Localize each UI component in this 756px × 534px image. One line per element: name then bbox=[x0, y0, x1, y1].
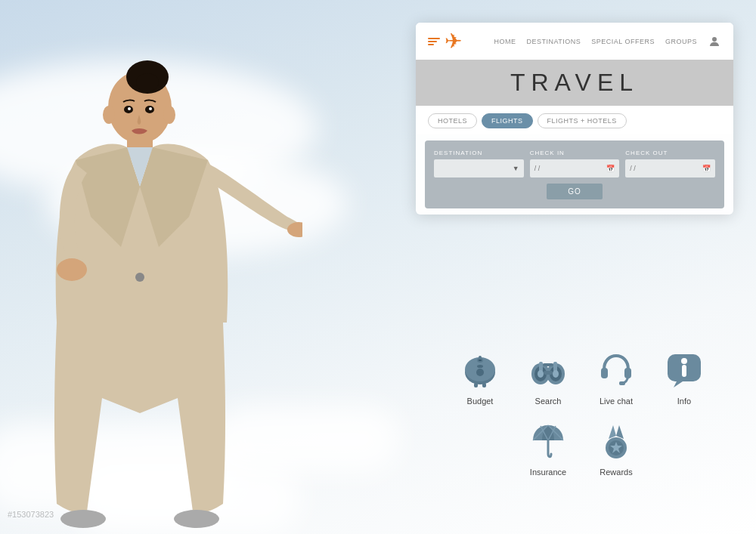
plane-speed-lines bbox=[428, 38, 440, 45]
nav-groups[interactable]: GROUPS bbox=[665, 38, 697, 45]
panel-title: TRAVEL bbox=[431, 69, 718, 97]
features-section: Budget Search bbox=[423, 347, 741, 489]
checkout-field: CHECK OUT / / 📅 bbox=[625, 150, 715, 177]
dropdown-icon: ▼ bbox=[513, 165, 519, 172]
info-icon bbox=[662, 347, 707, 392]
plane-icon: ✈ bbox=[445, 29, 462, 54]
svg-point-2 bbox=[136, 73, 159, 91]
tab-flights[interactable]: FLIGHTS bbox=[482, 113, 533, 128]
person-figure bbox=[0, 20, 318, 534]
svg-point-37 bbox=[553, 370, 559, 378]
tab-flights-hotels[interactable]: FLIGHTS + HOTELS bbox=[538, 113, 627, 128]
svg-point-15 bbox=[163, 106, 175, 124]
umbrella-icon bbox=[525, 418, 571, 463]
speed-line-3 bbox=[428, 44, 434, 45]
nav-home[interactable]: HOME bbox=[494, 38, 516, 45]
info-label: Info bbox=[677, 397, 691, 406]
panel-search-form: DESTINATION ▼ CHECK IN / / 📅 CHECK OUT /… bbox=[425, 140, 724, 208]
svg-rect-40 bbox=[619, 381, 625, 385]
svg-rect-42 bbox=[682, 365, 686, 377]
svg-point-6 bbox=[57, 258, 87, 281]
checkin-input[interactable]: / / 📅 bbox=[530, 159, 620, 177]
svg-point-36 bbox=[538, 370, 544, 378]
svg-point-23 bbox=[477, 365, 483, 368]
feature-info[interactable]: Info bbox=[662, 347, 707, 406]
watermark: #153073823 bbox=[8, 510, 54, 519]
destination-label: DESTINATION bbox=[434, 150, 524, 156]
svg-point-9 bbox=[174, 510, 219, 528]
svg-rect-38 bbox=[601, 368, 608, 378]
svg-point-43 bbox=[681, 358, 687, 364]
destination-field: DESTINATION ▼ bbox=[434, 150, 524, 177]
speed-line-1 bbox=[428, 38, 440, 39]
search-binoculars-icon bbox=[525, 347, 571, 392]
svg-point-21 bbox=[476, 369, 484, 376]
svg-point-14 bbox=[103, 106, 115, 124]
feature-rewards[interactable]: Rewards bbox=[593, 418, 639, 477]
svg-rect-25 bbox=[474, 383, 478, 387]
checkin-field: CHECK IN / / 📅 bbox=[530, 150, 620, 177]
tab-hotels[interactable]: HOTELS bbox=[428, 113, 477, 128]
calendar-icon-2: 📅 bbox=[702, 165, 711, 172]
panel-title-bar: TRAVEL bbox=[416, 60, 733, 106]
svg-point-27 bbox=[479, 360, 482, 361]
panel-topbar: ✈ HOME DESTINATIONS SPECIAL OFFERS GROUP… bbox=[416, 23, 733, 60]
go-button[interactable]: GO bbox=[547, 184, 603, 199]
nav-special-offers[interactable]: SPECIAL OFFERS bbox=[591, 38, 655, 45]
checkout-label: CHECK OUT bbox=[625, 150, 715, 156]
search-fields: DESTINATION ▼ CHECK IN / / 📅 CHECK OUT /… bbox=[434, 150, 715, 177]
svg-point-7 bbox=[135, 273, 144, 282]
svg-rect-35 bbox=[543, 363, 553, 366]
feature-live-chat[interactable]: Live chat bbox=[593, 347, 639, 406]
svg-rect-26 bbox=[482, 383, 486, 387]
search-label: Search bbox=[535, 397, 562, 406]
svg-point-13 bbox=[149, 107, 152, 110]
feature-insurance[interactable]: Insurance bbox=[525, 418, 571, 477]
svg-point-12 bbox=[128, 107, 131, 110]
headset-icon bbox=[593, 347, 639, 392]
calendar-icon: 📅 bbox=[606, 165, 615, 172]
svg-point-8 bbox=[60, 510, 106, 528]
checkin-label: CHECK IN bbox=[530, 150, 620, 156]
live-chat-label: Live chat bbox=[600, 397, 633, 406]
feature-budget[interactable]: Budget bbox=[457, 347, 503, 406]
rewards-label: Rewards bbox=[600, 468, 632, 477]
destination-input[interactable]: ▼ bbox=[434, 159, 524, 177]
go-button-row: GO bbox=[434, 184, 715, 199]
businesswoman-svg bbox=[15, 35, 302, 534]
budget-icon bbox=[457, 347, 503, 392]
travel-panel: ✈ HOME DESTINATIONS SPECIAL OFFERS GROUP… bbox=[416, 23, 733, 215]
features-row-1: Budget Search bbox=[423, 347, 741, 406]
panel-logo: ✈ bbox=[428, 29, 462, 54]
medal-icon bbox=[593, 418, 639, 463]
insurance-label: Insurance bbox=[530, 468, 566, 477]
svg-point-16 bbox=[712, 37, 717, 42]
budget-label: Budget bbox=[467, 397, 494, 406]
panel-nav: HOME DESTINATIONS SPECIAL OFFERS GROUPS bbox=[494, 35, 721, 48]
user-icon bbox=[708, 35, 721, 48]
feature-search[interactable]: Search bbox=[525, 347, 571, 406]
nav-destinations[interactable]: DESTINATIONS bbox=[526, 38, 581, 45]
features-row-2: Insurance Rewards bbox=[423, 418, 741, 477]
panel-tabs: HOTELS FLIGHTS FLIGHTS + HOTELS bbox=[416, 106, 733, 134]
svg-rect-32 bbox=[544, 371, 553, 375]
checkout-input[interactable]: / / 📅 bbox=[625, 159, 715, 177]
speed-line-2 bbox=[428, 41, 437, 42]
